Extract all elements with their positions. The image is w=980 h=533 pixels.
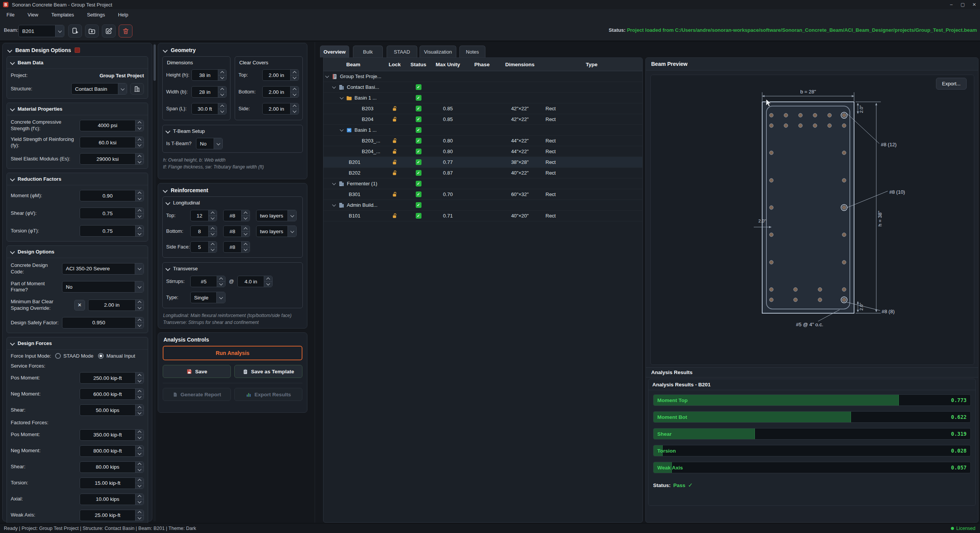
beam-design-options-header[interactable]: Beam Design Options [3, 43, 152, 56]
spinner-down[interactable] [136, 499, 144, 505]
table-row[interactable]: B301 ✓ 0.70 60"×32"Rect [323, 189, 642, 200]
col-status[interactable]: Status [406, 62, 431, 67]
save-as-template-button[interactable]: Save as Template [234, 365, 302, 378]
chevron-down-icon[interactable] [332, 85, 336, 89]
spinner-up[interactable] [209, 226, 217, 231]
es-field[interactable]: 29000 ksi [80, 153, 144, 165]
fac-pos-moment-field[interactable]: 350.00 kip-ft [80, 429, 144, 441]
unlock-icon[interactable] [392, 149, 398, 155]
table-row[interactable]: Contact Basi... ✓ [323, 82, 642, 93]
spinner-down[interactable] [291, 75, 299, 81]
clear-override-button[interactable]: ✕ [74, 300, 85, 311]
fc-field[interactable]: 4000 psi [80, 120, 144, 131]
maximize-button[interactable]: ▢ [957, 0, 969, 9]
spinner-up[interactable] [136, 446, 144, 451]
spinner-up[interactable] [136, 120, 144, 126]
table-row[interactable]: B203 ✓ 0.85 42"×22"Rect [323, 103, 642, 114]
spinner-up[interactable] [209, 242, 217, 247]
tab-staad[interactable]: STAAD [387, 46, 417, 57]
long-bottom-size[interactable]: #8 [223, 226, 250, 237]
spinner-down[interactable] [291, 109, 299, 114]
fac-torsion-field[interactable]: 15.00 kip-ft [80, 477, 144, 489]
staad-mode-option[interactable]: STAAD Mode [64, 353, 94, 359]
spinner-down[interactable] [209, 216, 217, 221]
material-properties-header[interactable]: Material Properties [7, 103, 148, 115]
table-row[interactable]: Group Test Proje... [323, 71, 642, 82]
transverse-header[interactable]: Transverse [166, 266, 299, 271]
design-forces-header[interactable]: Design Forces [7, 337, 148, 350]
spinner-down[interactable] [136, 159, 144, 165]
unlock-icon[interactable] [392, 116, 398, 123]
cover-bottom-field[interactable]: 2.00 in [262, 86, 299, 98]
menu-templates[interactable]: Templates [45, 9, 80, 20]
table-row[interactable]: B204_... ✓ 0.80 44"×22"Rect [323, 146, 642, 157]
spinner-up[interactable] [242, 226, 250, 231]
table-row-selected[interactable]: B201 ✓ 0.77 38"×28"Rect [323, 157, 642, 168]
spinner-down[interactable] [136, 394, 144, 400]
spinner-down[interactable] [242, 216, 250, 221]
unlock-icon[interactable] [392, 138, 398, 144]
unlock-icon[interactable] [392, 159, 398, 165]
spinner-down[interactable] [136, 378, 144, 384]
design-code-select[interactable]: ACI 350-20 Severe [62, 263, 144, 275]
table-row[interactable]: Fermenter (1) ✓ [323, 178, 642, 189]
long-top-layers[interactable]: two layers [256, 210, 297, 221]
long-sideface-size[interactable]: #8 [223, 241, 250, 253]
spinner-down[interactable] [218, 92, 226, 98]
spinner-down[interactable] [209, 231, 217, 237]
table-row[interactable]: Basin 1 ... ✓ [323, 125, 642, 136]
spinner-up[interactable] [264, 276, 272, 281]
chevron-down-icon[interactable] [325, 74, 329, 78]
design-options-header[interactable]: Design Options [7, 246, 148, 258]
tbeam-header[interactable]: T-Beam Setup [166, 128, 299, 134]
structure-select[interactable]: Contact Basin [71, 83, 127, 95]
fac-neg-moment-field[interactable]: 800.00 kip-ft [80, 445, 144, 457]
table-row[interactable]: Admin Build... ✓ [323, 200, 642, 211]
spinner-up[interactable] [242, 242, 250, 247]
height-field[interactable]: 38 in [191, 69, 227, 81]
long-sideface-count[interactable]: 5 [190, 241, 217, 253]
table-row[interactable]: Basin 1 ... ✓ [323, 93, 642, 103]
spinner-up[interactable] [291, 87, 299, 92]
spinner-down[interactable] [218, 109, 226, 114]
stirrup-spacing-field[interactable]: 4.0 in [237, 276, 273, 287]
spinner-up[interactable] [136, 430, 144, 435]
fac-axial-field[interactable]: 10.00 kips [80, 494, 144, 505]
is-tbeam-select[interactable]: No [196, 138, 223, 149]
close-button[interactable]: ✕ [969, 0, 980, 9]
spinner-up[interactable] [218, 103, 226, 109]
spinner-down[interactable] [136, 451, 144, 456]
chevron-down-icon[interactable] [332, 181, 336, 185]
spinner-up[interactable] [136, 300, 144, 305]
scrollbar-track[interactable] [154, 43, 156, 522]
col-lock[interactable]: Lock [383, 62, 406, 67]
tab-overview[interactable]: Overview [320, 46, 349, 57]
spinner-down[interactable] [136, 231, 144, 237]
long-bottom-layers[interactable]: two layers [256, 226, 297, 237]
spinner-down[interactable] [217, 281, 225, 287]
minimize-button[interactable]: – [946, 0, 957, 9]
spinner-up[interactable] [136, 462, 144, 467]
manual-input-radio[interactable] [98, 353, 104, 359]
phi-v-field[interactable]: 0.75 [80, 208, 144, 219]
svc-shear-field[interactable]: 50.00 kips [80, 404, 144, 416]
add-beam-button[interactable] [68, 25, 82, 38]
spinner-down[interactable] [136, 125, 144, 131]
structure-manager-button[interactable] [130, 83, 144, 95]
tab-visualization[interactable]: Visualization [420, 46, 456, 57]
safety-factor-field[interactable]: 0.950 [62, 317, 144, 329]
reduction-factors-header[interactable]: Reduction Factors [7, 173, 148, 185]
unlock-icon[interactable] [392, 191, 398, 198]
open-beam-button[interactable] [85, 25, 99, 38]
manual-input-option[interactable]: Manual Input [106, 353, 135, 359]
spinner-down[interactable] [136, 213, 144, 219]
menu-file[interactable]: File [0, 9, 21, 20]
spinner-down[interactable] [136, 467, 144, 473]
spinner-down[interactable] [136, 142, 144, 148]
save-button[interactable]: Save [163, 365, 231, 378]
cover-top-field[interactable]: 2.00 in [262, 69, 299, 81]
fac-weak-axis-field[interactable]: 25.00 kip-ft [80, 510, 144, 521]
chevron-down-icon[interactable] [340, 128, 344, 132]
spinner-up[interactable] [291, 70, 299, 75]
unlock-icon[interactable] [392, 170, 398, 176]
